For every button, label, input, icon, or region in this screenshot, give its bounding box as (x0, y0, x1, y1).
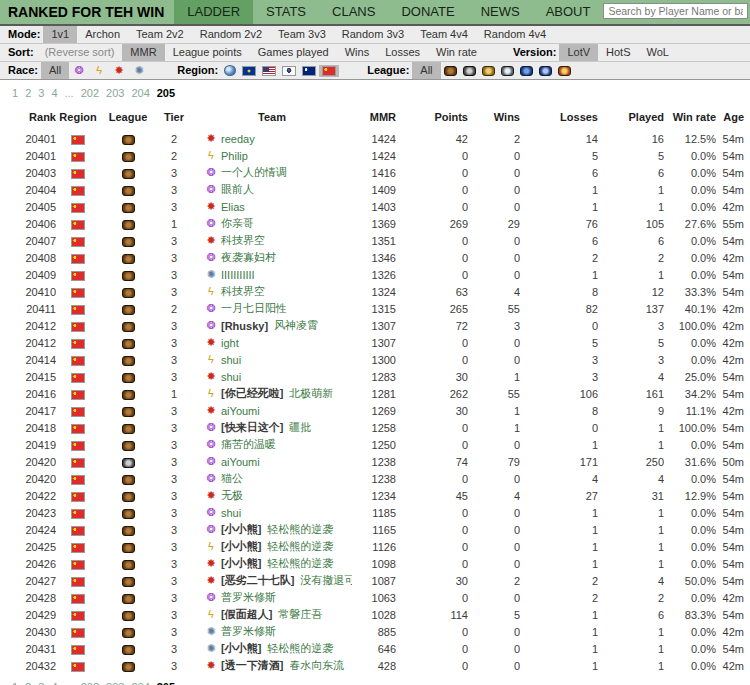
team-link[interactable]: aiYoumi (221, 456, 260, 468)
team-link[interactable]: 一个人的情调 (221, 165, 287, 180)
page-link-202[interactable]: 202 (81, 87, 99, 99)
league-option-grandmaster[interactable] (555, 65, 574, 77)
team-link[interactable]: 没有撤退可言 (300, 573, 352, 588)
league-option-silver[interactable] (460, 65, 479, 77)
mode-option-team-4v4[interactable]: Team 4v4 (412, 26, 476, 43)
page-link-4[interactable]: 4 (51, 681, 57, 685)
winrate-cell: 0.0% (664, 470, 718, 487)
mode-option-random-2v2[interactable]: Random 2v2 (192, 26, 270, 43)
page-link-1[interactable]: 1 (12, 681, 18, 685)
mode-option-team-3v3[interactable]: Team 3v3 (270, 26, 334, 43)
league-option-gold[interactable] (479, 65, 498, 77)
team-link[interactable]: reeday (221, 133, 255, 145)
region-option-kr[interactable] (279, 65, 299, 77)
team-link[interactable]: 春水向东流 (289, 658, 344, 673)
team-link[interactable]: 风神凌霄 (274, 318, 318, 333)
mode-option-random-3v3[interactable]: Random 3v3 (334, 26, 412, 43)
version-option-hots[interactable]: HotS (598, 44, 638, 61)
search-input[interactable] (603, 3, 748, 19)
cn-flag-icon (71, 390, 85, 400)
region-cell (56, 657, 100, 674)
race-option-all[interactable]: All (41, 62, 69, 79)
sort-option-wins[interactable]: Wins (337, 44, 377, 61)
nav-item-about[interactable]: ABOUT (533, 0, 604, 24)
race-option-protoss[interactable]: ϟ (89, 64, 109, 77)
reverse-sort-link[interactable]: (Reverse sort) (37, 44, 123, 61)
race-option-random[interactable]: ✺ (129, 64, 149, 77)
region-option-sea[interactable] (299, 65, 319, 77)
league-option-platinum[interactable] (498, 65, 517, 77)
nav-item-ladder[interactable]: LADDER (174, 0, 253, 24)
race-option-zerg[interactable]: ❂ (69, 64, 89, 77)
team-link[interactable]: 普罗米修斯 (221, 590, 276, 605)
site-logo[interactable]: RANKED FOR TEH WIN (0, 0, 174, 24)
page-link-204[interactable]: 204 (131, 681, 149, 685)
sort-option-games-played[interactable]: Games played (250, 44, 337, 61)
team-link[interactable]: 轻松熊的逆袭 (267, 522, 333, 537)
region-option-cn[interactable] (319, 65, 339, 77)
team-link[interactable]: 科技界空 (221, 284, 265, 299)
league-option-all[interactable]: All (412, 62, 440, 79)
sort-option-mmr[interactable]: MMR (122, 44, 164, 61)
team-link[interactable]: 常磐庄吾 (278, 607, 322, 622)
team-link[interactable]: shui (221, 507, 241, 519)
team-link[interactable]: 科技界空 (221, 233, 265, 248)
region-option-us[interactable] (259, 65, 279, 77)
team-link[interactable]: 轻松熊的逆袭 (267, 556, 333, 571)
league-option-bronze[interactable] (441, 65, 460, 77)
team-link[interactable]: 北极萌新 (289, 386, 333, 401)
team-link[interactable]: 你亲哥 (221, 216, 254, 231)
mode-option-team-2v2[interactable]: Team 2v2 (128, 26, 192, 43)
page-link-2[interactable]: 2 (25, 681, 31, 685)
team-link[interactable]: 轻松熊的逆袭 (267, 539, 333, 554)
region-option-all[interactable] (221, 64, 239, 77)
mode-option-1v1[interactable]: 1v1 (43, 26, 77, 43)
team-link[interactable]: IIIIIIIIIII (221, 269, 255, 281)
page-link-4[interactable]: 4 (51, 87, 57, 99)
nav-item-stats[interactable]: STATS (253, 0, 319, 24)
version-option-wol[interactable]: WoL (639, 44, 677, 61)
cn-flag-icon (71, 237, 85, 247)
sort-option-league-points[interactable]: League points (165, 44, 250, 61)
team-link[interactable]: 痛苦的温暖 (221, 437, 276, 452)
page-link-3[interactable]: 3 (38, 681, 44, 685)
team-link[interactable]: Philip (221, 150, 248, 162)
team-link[interactable]: shui (221, 354, 241, 366)
rank-cell: 20427 (8, 572, 56, 589)
team-link[interactable]: 一月七日阳性 (221, 301, 287, 316)
page-link-204[interactable]: 204 (131, 87, 149, 99)
league-option-diamond[interactable] (517, 65, 536, 77)
team-link[interactable]: 猫公 (221, 471, 243, 486)
page-link-3[interactable]: 3 (38, 87, 44, 99)
mode-option-archon[interactable]: Archon (77, 26, 128, 43)
nav-item-donate[interactable]: DONATE (388, 0, 467, 24)
sort-option-win-rate[interactable]: Win rate (428, 44, 485, 61)
team-link[interactable]: 无极 (221, 488, 243, 503)
page-link-203[interactable]: 203 (106, 87, 124, 99)
league-cell (100, 130, 156, 147)
team-link[interactable]: ight (221, 337, 239, 349)
page-link-2[interactable]: 2 (25, 87, 31, 99)
team-link[interactable]: 普罗米修斯 (221, 624, 276, 639)
page-link-202[interactable]: 202 (81, 681, 99, 685)
team-link[interactable]: 轻松熊的逆袭 (267, 641, 333, 656)
team-link[interactable]: aiYoumi (221, 405, 260, 417)
sort-option-losses[interactable]: Losses (377, 44, 428, 61)
race-option-terran[interactable]: ✸ (109, 64, 129, 77)
team-link[interactable]: shui (221, 371, 241, 383)
league-option-master[interactable] (536, 65, 555, 77)
winrate-cell: 0.0% (664, 640, 718, 657)
team-wrap: ❂一月七日阳性 (204, 301, 287, 316)
page-link-1[interactable]: 1 (12, 87, 18, 99)
team-link[interactable]: Elias (221, 201, 245, 213)
clan-tag: [Rhusky] (221, 320, 268, 332)
nav-item-news[interactable]: NEWS (468, 0, 533, 24)
team-link[interactable]: 疆批 (289, 420, 311, 435)
team-link[interactable]: 夜袭寡妇村 (221, 250, 276, 265)
version-option-lotv[interactable]: LotV (559, 44, 598, 61)
mode-option-random-4v4[interactable]: Random 4v4 (476, 26, 554, 43)
nav-item-clans[interactable]: CLANS (319, 0, 388, 24)
team-link[interactable]: 眼前人 (221, 182, 254, 197)
page-link-203[interactable]: 203 (106, 681, 124, 685)
region-option-eu[interactable] (239, 65, 259, 77)
